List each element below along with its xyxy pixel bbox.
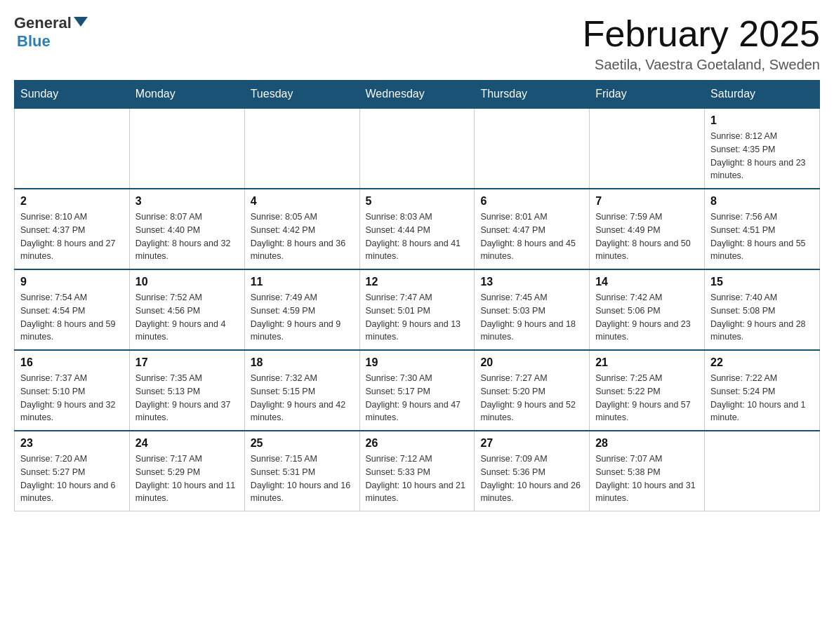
day-info: Sunrise: 7:20 AMSunset: 5:27 PMDaylight:… [20, 452, 124, 505]
calendar-cell [705, 431, 820, 511]
day-info: Sunrise: 7:22 AMSunset: 5:24 PMDaylight:… [710, 372, 814, 424]
weekday-header-tuesday: Tuesday [244, 81, 359, 109]
calendar-cell: 6Sunrise: 8:01 AMSunset: 4:47 PMDaylight… [475, 189, 590, 269]
day-info: Sunrise: 7:09 AMSunset: 5:36 PMDaylight:… [480, 452, 583, 505]
day-info: Sunrise: 7:47 AMSunset: 5:01 PMDaylight:… [366, 291, 469, 344]
calendar-cell: 28Sunrise: 7:07 AMSunset: 5:38 PMDayligh… [590, 431, 705, 511]
day-info: Sunrise: 7:40 AMSunset: 5:08 PMDaylight:… [710, 291, 814, 344]
day-number: 26 [366, 437, 469, 450]
calendar-cell [244, 108, 359, 189]
calendar-cell: 15Sunrise: 7:40 AMSunset: 5:08 PMDayligh… [705, 269, 820, 350]
day-number: 12 [366, 276, 469, 288]
day-number: 1 [710, 114, 814, 127]
day-number: 19 [366, 356, 469, 369]
day-info: Sunrise: 7:49 AMSunset: 4:59 PMDaylight:… [251, 291, 354, 344]
day-info: Sunrise: 7:30 AMSunset: 5:17 PMDaylight:… [366, 372, 469, 424]
weekday-header-friday: Friday [590, 81, 705, 109]
day-number: 7 [595, 195, 699, 208]
calendar-cell: 23Sunrise: 7:20 AMSunset: 5:27 PMDayligh… [15, 431, 130, 511]
day-number: 6 [480, 195, 583, 208]
location-subtitle: Saetila, Vaestra Goetaland, Sweden [583, 57, 820, 73]
day-number: 20 [480, 356, 583, 369]
calendar-cell: 10Sunrise: 7:52 AMSunset: 4:56 PMDayligh… [129, 269, 244, 350]
day-info: Sunrise: 7:59 AMSunset: 4:49 PMDaylight:… [595, 210, 699, 263]
day-info: Sunrise: 7:07 AMSunset: 5:38 PMDaylight:… [595, 452, 699, 505]
day-info: Sunrise: 8:12 AMSunset: 4:35 PMDaylight:… [710, 130, 814, 182]
day-number: 22 [710, 356, 814, 369]
calendar-cell: 17Sunrise: 7:35 AMSunset: 5:13 PMDayligh… [129, 350, 244, 431]
calendar-cell: 4Sunrise: 8:05 AMSunset: 4:42 PMDaylight… [244, 189, 359, 269]
day-number: 28 [595, 437, 699, 450]
calendar-cell: 7Sunrise: 7:59 AMSunset: 4:49 PMDaylight… [590, 189, 705, 269]
day-number: 27 [480, 437, 583, 450]
day-number: 25 [251, 437, 354, 450]
calendar-cell: 24Sunrise: 7:17 AMSunset: 5:29 PMDayligh… [129, 431, 244, 511]
day-info: Sunrise: 7:12 AMSunset: 5:33 PMDaylight:… [366, 452, 469, 505]
day-number: 3 [135, 195, 239, 208]
day-number: 21 [595, 356, 699, 369]
calendar-cell: 20Sunrise: 7:27 AMSunset: 5:20 PMDayligh… [475, 350, 590, 431]
calendar-header: SundayMondayTuesdayWednesdayThursdayFrid… [15, 81, 820, 109]
day-number: 10 [135, 276, 239, 288]
logo: General Blue [14, 14, 90, 51]
day-number: 11 [251, 276, 354, 288]
calendar-cell: 13Sunrise: 7:45 AMSunset: 5:03 PMDayligh… [475, 269, 590, 350]
weekday-header-monday: Monday [129, 81, 244, 109]
day-number: 8 [710, 195, 814, 208]
calendar-cell: 14Sunrise: 7:42 AMSunset: 5:06 PMDayligh… [590, 269, 705, 350]
day-info: Sunrise: 7:15 AMSunset: 5:31 PMDaylight:… [251, 452, 354, 505]
calendar-week-row: 2Sunrise: 8:10 AMSunset: 4:37 PMDaylight… [15, 189, 820, 269]
calendar-body: 1Sunrise: 8:12 AMSunset: 4:35 PMDaylight… [15, 108, 820, 511]
calendar-cell [359, 108, 475, 189]
day-info: Sunrise: 7:54 AMSunset: 4:54 PMDaylight:… [20, 291, 124, 344]
day-number: 16 [20, 356, 124, 369]
day-info: Sunrise: 8:03 AMSunset: 4:44 PMDaylight:… [366, 210, 469, 263]
logo-blue-text: Blue [17, 32, 51, 50]
calendar-cell: 11Sunrise: 7:49 AMSunset: 4:59 PMDayligh… [244, 269, 359, 350]
day-info: Sunrise: 7:32 AMSunset: 5:15 PMDaylight:… [251, 372, 354, 424]
day-number: 4 [251, 195, 354, 208]
calendar-cell: 22Sunrise: 7:22 AMSunset: 5:24 PMDayligh… [705, 350, 820, 431]
calendar-table: SundayMondayTuesdayWednesdayThursdayFrid… [14, 80, 820, 511]
calendar-cell: 3Sunrise: 8:07 AMSunset: 4:40 PMDaylight… [129, 189, 244, 269]
calendar-cell: 18Sunrise: 7:32 AMSunset: 5:15 PMDayligh… [244, 350, 359, 431]
calendar-cell: 19Sunrise: 7:30 AMSunset: 5:17 PMDayligh… [359, 350, 475, 431]
day-info: Sunrise: 8:01 AMSunset: 4:47 PMDaylight:… [480, 210, 583, 263]
logo-arrow-icon [74, 17, 88, 27]
day-info: Sunrise: 7:25 AMSunset: 5:22 PMDaylight:… [595, 372, 699, 424]
calendar-cell: 2Sunrise: 8:10 AMSunset: 4:37 PMDaylight… [15, 189, 130, 269]
day-info: Sunrise: 8:10 AMSunset: 4:37 PMDaylight:… [20, 210, 124, 263]
weekday-header-saturday: Saturday [705, 81, 820, 109]
day-number: 9 [20, 276, 124, 288]
day-number: 17 [135, 356, 239, 369]
day-info: Sunrise: 7:35 AMSunset: 5:13 PMDaylight:… [135, 372, 239, 424]
day-info: Sunrise: 7:52 AMSunset: 4:56 PMDaylight:… [135, 291, 239, 344]
day-info: Sunrise: 7:17 AMSunset: 5:29 PMDaylight:… [135, 452, 239, 505]
calendar-cell [15, 108, 130, 189]
calendar-cell: 1Sunrise: 8:12 AMSunset: 4:35 PMDaylight… [705, 108, 820, 189]
day-info: Sunrise: 8:05 AMSunset: 4:42 PMDaylight:… [251, 210, 354, 263]
calendar-cell: 21Sunrise: 7:25 AMSunset: 5:22 PMDayligh… [590, 350, 705, 431]
calendar-cell: 8Sunrise: 7:56 AMSunset: 4:51 PMDaylight… [705, 189, 820, 269]
calendar-week-row: 1Sunrise: 8:12 AMSunset: 4:35 PMDaylight… [15, 108, 820, 189]
day-info: Sunrise: 7:27 AMSunset: 5:20 PMDaylight:… [480, 372, 583, 424]
day-number: 5 [366, 195, 469, 208]
day-info: Sunrise: 7:45 AMSunset: 5:03 PMDaylight:… [480, 291, 583, 344]
calendar-cell: 5Sunrise: 8:03 AMSunset: 4:44 PMDaylight… [359, 189, 475, 269]
calendar-cell: 9Sunrise: 7:54 AMSunset: 4:54 PMDaylight… [15, 269, 130, 350]
calendar-week-row: 9Sunrise: 7:54 AMSunset: 4:54 PMDaylight… [15, 269, 820, 350]
calendar-cell: 16Sunrise: 7:37 AMSunset: 5:10 PMDayligh… [15, 350, 130, 431]
calendar-week-row: 16Sunrise: 7:37 AMSunset: 5:10 PMDayligh… [15, 350, 820, 431]
weekday-header-row: SundayMondayTuesdayWednesdayThursdayFrid… [15, 81, 820, 109]
calendar-cell [129, 108, 244, 189]
weekday-header-wednesday: Wednesday [359, 81, 475, 109]
day-number: 15 [710, 276, 814, 288]
calendar-week-row: 23Sunrise: 7:20 AMSunset: 5:27 PMDayligh… [15, 431, 820, 511]
day-number: 23 [20, 437, 124, 450]
calendar-cell: 26Sunrise: 7:12 AMSunset: 5:33 PMDayligh… [359, 431, 475, 511]
calendar-cell: 12Sunrise: 7:47 AMSunset: 5:01 PMDayligh… [359, 269, 475, 350]
day-number: 13 [480, 276, 583, 288]
calendar-cell: 27Sunrise: 7:09 AMSunset: 5:36 PMDayligh… [475, 431, 590, 511]
day-number: 24 [135, 437, 239, 450]
day-info: Sunrise: 7:56 AMSunset: 4:51 PMDaylight:… [710, 210, 814, 263]
